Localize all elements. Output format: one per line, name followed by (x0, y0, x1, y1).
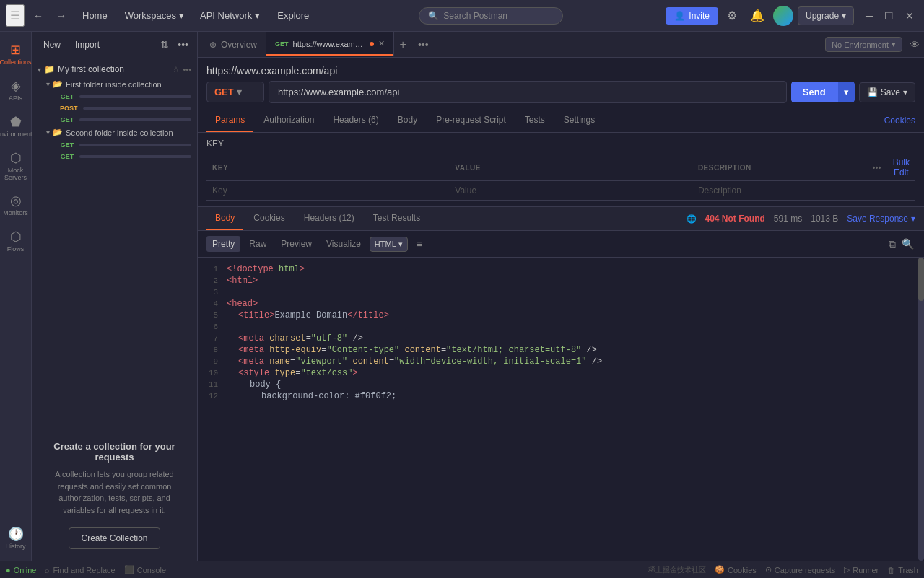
capture-requests-button[interactable]: ⊙ Capture requests (765, 565, 835, 574)
copy-icon[interactable]: ⧉ (887, 237, 897, 252)
sort-icon[interactable]: ⇅ (157, 38, 172, 52)
status-bar-right: 稀土掘金技术社区 🍪 Cookies ⊙ Capture requests ▷ … (648, 565, 918, 575)
star-icon[interactable]: ☆ (173, 65, 180, 74)
tab-bar: ⊕ Overview GET https://www.example.c... … (198, 32, 924, 58)
more-tabs-button[interactable]: ••• (412, 39, 435, 51)
back-button[interactable]: ← (29, 7, 48, 25)
scrollbar-thumb[interactable] (918, 258, 924, 301)
resp-tab-headers[interactable]: Headers (12) (295, 207, 363, 230)
sidebar-item-history[interactable]: 🕐 History (2, 522, 30, 555)
environment-selector[interactable]: No Environment ▾ (825, 37, 902, 52)
sidebar-item-mock-servers[interactable]: ⬡ Mock Servers (2, 146, 30, 186)
vertical-scrollbar[interactable] (918, 258, 924, 561)
request-item[interactable]: GET (32, 151, 197, 162)
search-bar[interactable]: 🔍 Search Postman (419, 7, 563, 25)
chevron-down-icon: ▾ (46, 80, 50, 88)
params-title: KEY (206, 139, 915, 149)
maximize-button[interactable]: ☐ (880, 7, 898, 25)
api-network-dropdown[interactable]: API Network ▾ (194, 7, 266, 24)
new-button[interactable]: New (38, 38, 66, 51)
collection-item[interactable]: ▾ 📁 My first collection ☆ ••• (32, 61, 197, 77)
resp-tab-test-results[interactable]: Test Results (365, 207, 429, 230)
explore-tab[interactable]: Explore (270, 7, 316, 24)
trash-button[interactable]: 🗑 Trash (887, 566, 918, 574)
upgrade-button[interactable]: Upgrade ▾ (798, 6, 854, 25)
wrap-lines-icon[interactable]: ≡ (414, 235, 425, 253)
send-dropdown-button[interactable]: ▾ (837, 82, 855, 102)
format-raw-button[interactable]: Raw (243, 236, 272, 252)
sidebar-item-flows[interactable]: ⬡ Flows (2, 224, 30, 258)
settings-icon[interactable]: ⚙ (723, 6, 741, 25)
request-item[interactable]: GET (32, 91, 197, 102)
params-table: KEY VALUE DESCRIPTION ••• Bulk Edit (206, 154, 915, 201)
description-header: DESCRIPTION (692, 154, 867, 181)
response-status: 🌐 404 Not Found 591 ms 1013 B Save Respo… (687, 214, 915, 224)
resp-tab-body[interactable]: Body (206, 207, 243, 230)
more-options-icon[interactable]: ••• (867, 154, 887, 181)
console-button[interactable]: ⬛ Console (124, 565, 166, 574)
menu-icon[interactable]: ☰ (6, 4, 25, 27)
save-button[interactable]: 💾 Save ▾ (859, 82, 915, 102)
tab-prerequest[interactable]: Pre-request Script (427, 109, 515, 132)
close-tab-icon[interactable]: ✕ (378, 39, 385, 48)
workspaces-dropdown[interactable]: Workspaces ▾ (119, 7, 190, 24)
search-icon[interactable]: 🔍 (900, 237, 915, 252)
home-tab[interactable]: Home (75, 7, 115, 24)
import-button[interactable]: Import (69, 38, 105, 51)
cookies-link[interactable]: Cookies (884, 115, 915, 126)
more-options-icon[interactable]: ••• (175, 38, 191, 52)
format-pretty-button[interactable]: Pretty (206, 236, 240, 252)
environment-settings-icon[interactable]: 👁 (908, 38, 921, 52)
folder-item-2[interactable]: ▾ 📂 Second folder inside collection (32, 126, 197, 139)
capture-icon: ⊙ (765, 565, 772, 574)
value-input[interactable] (455, 185, 687, 196)
bulk-edit-header: Bulk Edit (887, 154, 915, 181)
bulk-edit-button[interactable]: Bulk Edit (893, 157, 910, 178)
tab-body[interactable]: Body (389, 109, 426, 132)
request-item[interactable]: POST (32, 102, 197, 114)
folder-item-1[interactable]: ▾ 📂 First folder inside collection (32, 77, 197, 91)
create-collection-button[interactable]: Create Collection (69, 527, 160, 549)
forward-button[interactable]: → (52, 7, 71, 25)
description-input[interactable] (698, 185, 861, 196)
tab-headers[interactable]: Headers (6) (324, 109, 387, 132)
request-item[interactable]: GET (32, 139, 197, 151)
response-format-icons: ⧉ 🔍 (887, 237, 915, 252)
runner-button[interactable]: ▷ Runner (844, 565, 879, 574)
invite-button[interactable]: 👤 Invite (666, 7, 718, 25)
close-button[interactable]: ✕ (901, 7, 918, 25)
tab-params[interactable]: Params (206, 109, 253, 132)
tab-tests[interactable]: Tests (516, 109, 554, 132)
status-icon: 🌐 (687, 214, 697, 224)
online-status[interactable]: ● Online (6, 566, 36, 574)
format-type-selector[interactable]: HTML ▾ (370, 237, 408, 252)
tab-authorization[interactable]: Authorization (255, 109, 323, 132)
key-input[interactable] (212, 185, 443, 196)
request-item[interactable]: GET (32, 114, 197, 126)
sidebar-item-collections[interactable]: ⊞ Collections (2, 38, 30, 71)
method-selector[interactable]: GET ▾ (206, 82, 264, 102)
tab-request[interactable]: GET https://www.example.c... ✕ (266, 32, 394, 57)
resp-tab-cookies[interactable]: Cookies (245, 207, 293, 230)
sidebar-item-environments[interactable]: ⬟ Environments (2, 110, 30, 143)
collections-icon: ⊞ (10, 42, 21, 58)
minimize-button[interactable]: ─ (861, 7, 877, 25)
format-visualize-button[interactable]: Visualize (321, 236, 367, 252)
send-button[interactable]: Send (791, 82, 837, 102)
url-input[interactable] (269, 81, 787, 103)
tab-settings[interactable]: Settings (555, 109, 603, 132)
cookies-status-button[interactable]: 🍪 Cookies (715, 565, 757, 574)
tab-overview[interactable]: ⊕ Overview (201, 32, 266, 57)
add-tab-button[interactable]: + (394, 38, 412, 51)
save-response-button[interactable]: Save Response ▾ (847, 214, 915, 224)
format-preview-button[interactable]: Preview (275, 236, 318, 252)
topbar: ☰ ← → Home Workspaces ▾ API Network ▾ Ex… (0, 0, 924, 32)
avatar[interactable] (773, 6, 793, 26)
chevron-down-icon: ▾ (903, 87, 907, 97)
notifications-icon[interactable]: 🔔 (746, 6, 769, 25)
find-replace-button[interactable]: ⌕ Find and Replace (45, 566, 115, 574)
collection-more-icon[interactable]: ••• (183, 65, 191, 74)
response-body: Pretty Raw Preview Visualize HTML ▾ ≡ ⧉ … (198, 231, 924, 561)
sidebar-item-monitors[interactable]: ◎ Monitors (2, 188, 30, 222)
sidebar-item-apis[interactable]: ◈ APIs (2, 74, 30, 107)
